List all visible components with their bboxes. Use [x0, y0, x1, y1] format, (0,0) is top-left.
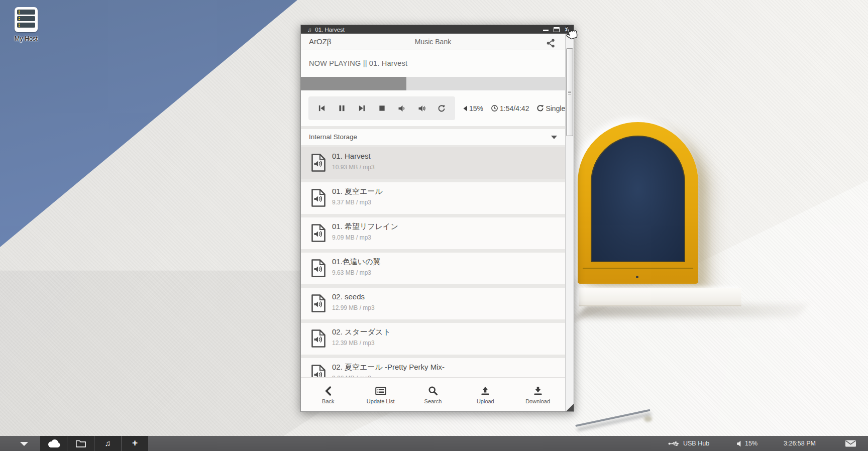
playback-controls: 15% 1:54/4:42 Single — [301, 90, 565, 126]
playback-button-group — [308, 96, 455, 120]
cloud-icon — [47, 438, 61, 448]
share-icon[interactable] — [547, 39, 555, 48]
update-list-button[interactable]: Update List — [356, 385, 406, 404]
track-row[interactable]: 02. seeds 12.99 MB / mp3 — [301, 288, 565, 319]
desktop-icon-my-host[interactable]: My Host — [6, 7, 46, 42]
taskbar: ♫ + USB Hub 15% 3:26:58 PM — [0, 436, 868, 451]
taskbar-volume-label: 15% — [745, 440, 757, 447]
track-list: 01. Harvest 10.93 MB / mp3 01. 夏空エール 9.3… — [301, 147, 565, 377]
chevron-left-icon — [303, 385, 353, 396]
audio-file-icon — [311, 259, 326, 278]
clock-icon — [491, 104, 498, 112]
audio-file-icon — [311, 223, 326, 243]
stop-button[interactable] — [375, 102, 388, 115]
storage-select[interactable]: Internal Storage — [301, 129, 565, 145]
pause-button[interactable] — [336, 102, 349, 115]
search-button[interactable]: Search — [408, 385, 458, 404]
photo-arch-window-glass — [591, 136, 685, 262]
volume-indicator[interactable]: 15% — [462, 104, 483, 112]
now-playing-text: NOW PLAYING || 01. Harvest — [309, 59, 407, 67]
window-title: 01. Harvest — [315, 27, 345, 33]
track-row[interactable]: 01. Harvest 10.93 MB / mp3 — [301, 147, 565, 179]
speaker-icon — [462, 105, 468, 111]
music-note-icon: ♫ — [105, 439, 111, 447]
audio-file-icon — [311, 294, 326, 313]
scrollbar-thumb[interactable] — [566, 48, 573, 136]
back-button[interactable]: Back — [303, 385, 353, 404]
plus-icon: + — [132, 439, 138, 447]
progress-track[interactable] — [301, 77, 565, 90]
track-row[interactable]: 01.色違いの翼 9.63 MB / mp3 — [301, 253, 565, 284]
taskbar-mail[interactable] — [845, 436, 856, 451]
server-icon — [15, 7, 38, 32]
taskbar-tile-music[interactable]: ♫ — [94, 436, 121, 451]
speaker-icon — [736, 440, 742, 447]
previous-button[interactable] — [315, 102, 329, 115]
pause-icon — [338, 104, 346, 112]
time-indicator: 1:54/4:42 — [491, 104, 529, 112]
list-card-icon — [356, 385, 406, 396]
now-playing-bar: NOW PLAYING || 01. Harvest — [301, 50, 565, 77]
stop-icon — [378, 104, 386, 112]
scrollbar-track[interactable] — [565, 34, 574, 411]
caret-down-icon — [551, 136, 557, 139]
upload-button[interactable]: Upload — [460, 385, 510, 404]
previous-icon — [318, 104, 325, 112]
window-toolbar: Back Update List Search Upload Download — [301, 377, 565, 411]
close-button[interactable]: ✕ — [565, 27, 570, 32]
progress-fill — [301, 77, 406, 90]
download-icon — [513, 385, 563, 396]
magnifier-icon — [408, 385, 458, 396]
folder-icon — [75, 439, 86, 448]
app-title: Music Bank — [301, 38, 565, 46]
photo-arch-trim-line — [583, 268, 693, 269]
playback-status: 15% 1:54/4:42 Single — [462, 104, 571, 112]
taskbar-clock: 3:26:58 PM — [784, 436, 816, 451]
taskbar-tile-cloud[interactable] — [40, 436, 67, 451]
next-icon — [358, 104, 366, 112]
taskbar-tile-files[interactable] — [67, 436, 94, 451]
audio-file-icon — [311, 188, 326, 207]
resize-handle[interactable] — [566, 404, 574, 411]
desktop-icon-label: My Host — [6, 35, 46, 42]
usb-label: USB Hub — [683, 440, 709, 447]
volume-up-button[interactable] — [415, 102, 428, 115]
taskbar-caret-icon[interactable] — [20, 442, 28, 446]
storage-select-value: Internal Storage — [309, 133, 357, 141]
track-row[interactable]: 01. 希望リフレイン 9.09 MB / mp3 — [301, 217, 565, 249]
photo-arch-dot — [636, 276, 638, 278]
music-player-window: ♫ 01. Harvest ✕ ArOZβ Music Bank NOW P — [300, 25, 574, 412]
minimize-button[interactable] — [543, 30, 549, 31]
volume-down-button[interactable] — [395, 102, 408, 115]
mail-icon — [845, 439, 856, 447]
repeat-icon — [438, 104, 446, 112]
photo-ledge-shadow — [577, 304, 808, 317]
photo-window-ledge — [579, 288, 741, 305]
usb-icon — [668, 440, 680, 447]
volume-up-icon — [418, 104, 426, 112]
music-note-icon: ♫ — [307, 27, 311, 33]
taskbar-usb[interactable]: USB Hub — [668, 436, 709, 451]
photo-wire-tuft — [644, 416, 652, 422]
upload-icon — [460, 385, 510, 396]
repeat-button[interactable] — [435, 102, 448, 115]
audio-file-icon — [311, 364, 326, 377]
app-header: ArOZβ Music Bank — [301, 34, 565, 50]
audio-file-icon — [311, 329, 326, 348]
next-button[interactable] — [355, 102, 368, 115]
track-row[interactable]: 01. 夏空エール 9.37 MB / mp3 — [301, 182, 565, 214]
repeat-single-icon — [536, 104, 544, 112]
window-titlebar[interactable]: ♫ 01. Harvest ✕ — [301, 25, 574, 34]
taskbar-tile-add[interactable]: + — [122, 436, 148, 451]
desktop: My Host ♫ 01. Harvest ✕ ArOZβ Music Bank — [0, 0, 868, 451]
track-row[interactable]: 02. スターダスト 12.39 MB / mp3 — [301, 323, 565, 355]
download-button[interactable]: Download — [513, 385, 563, 404]
volume-down-icon — [398, 104, 406, 112]
maximize-button[interactable] — [554, 27, 560, 32]
audio-file-icon — [311, 153, 326, 172]
taskbar-volume[interactable]: 15% — [736, 436, 757, 451]
track-row[interactable]: 02. 夏空エール -Pretty Perky Mix- 9.06 MB / m… — [301, 358, 565, 377]
loop-mode[interactable]: Single — [536, 104, 565, 112]
